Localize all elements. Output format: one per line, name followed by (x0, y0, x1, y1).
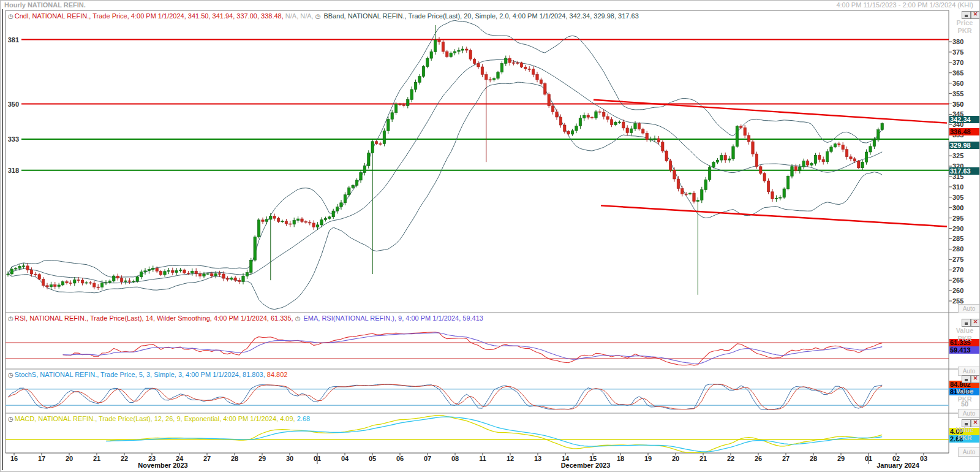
candle-body (802, 161, 805, 167)
candle-body (312, 223, 315, 227)
candle-body (590, 117, 593, 118)
candle-body (583, 115, 586, 118)
price-close-button[interactable]: ✕ (971, 11, 980, 19)
candle-body (124, 281, 127, 281)
rsi-auto-scale-button[interactable]: Auto (958, 367, 980, 376)
chart-window: 3813503333183803753703653603553503453403… (0, 0, 980, 472)
candle-body (497, 72, 499, 78)
candle-body (375, 142, 377, 144)
candle-body (838, 144, 840, 145)
candle-body (469, 50, 472, 59)
candle-body (164, 272, 166, 275)
stoch-mid-tick: 50 (950, 400, 979, 408)
candle-body (446, 51, 448, 56)
candle-body (198, 274, 201, 276)
candle-body (598, 112, 601, 112)
macd-legend[interactable]: ◷MACD, NATIONAL REFIN., Trade Price(Last… (8, 415, 310, 422)
stoch-minimize-button[interactable] (962, 375, 971, 383)
candle-body (77, 280, 80, 281)
price-legend[interactable]: ◷Cndl, NATIONAL REFIN., Trade Price, 4:0… (8, 12, 639, 20)
candle-body (544, 83, 546, 94)
trendline-1 (601, 205, 947, 226)
macd-auto-scale-button[interactable]: Auto (958, 447, 980, 457)
candle-body (42, 279, 44, 286)
chart-plot-area[interactable] (1, 1, 980, 472)
candle-body (806, 161, 809, 166)
candle-body (250, 260, 252, 272)
candle-body (430, 51, 432, 58)
candle-body (203, 274, 205, 276)
candle-body (779, 197, 782, 198)
candle-body (195, 271, 197, 273)
candle-body (822, 159, 824, 162)
stoch-legend[interactable]: ◷StochS, NATIONAL REFIN., Trade Price, 5… (8, 371, 287, 378)
candle-body (622, 122, 625, 128)
candle-body (136, 277, 138, 281)
stoch-close-button[interactable]: ✕ (971, 375, 980, 383)
rsi-legend-text[interactable]: RSI, NATIONAL REFIN., Trade Price(Last),… (15, 314, 293, 322)
candle-body (477, 64, 480, 67)
rsi-close-button[interactable]: ✕ (971, 319, 980, 327)
bband-upper (8, 20, 882, 277)
minimize-icon (965, 15, 968, 17)
candle-body (654, 139, 656, 139)
price-minimize-button[interactable] (962, 11, 971, 19)
candle-body (113, 276, 115, 281)
bband-legend-text[interactable]: BBand, NATIONAL REFIN., Trade Price(Last… (322, 12, 638, 20)
candle-body (618, 122, 620, 123)
macd-minimize-button[interactable] (962, 419, 971, 427)
candle-body (26, 266, 29, 270)
candle-body (273, 216, 276, 218)
candle-body (630, 129, 632, 133)
candle-body (450, 53, 452, 57)
candle-body (262, 220, 264, 222)
candle-body (89, 283, 91, 283)
bband-middle (8, 59, 882, 283)
candle-body (728, 159, 730, 160)
candle-body (614, 122, 617, 124)
candle-body (402, 105, 405, 106)
candle-body (69, 283, 72, 283)
candle-body (814, 155, 816, 163)
candle-body (348, 188, 350, 195)
price-auto-scale-button[interactable]: Auto (958, 304, 980, 313)
candle-body (363, 166, 366, 173)
candle-body (877, 130, 880, 140)
candle-body (693, 193, 695, 201)
stoch-auto-scale-button[interactable]: Auto (958, 409, 980, 418)
candle-body (873, 140, 875, 147)
clock-icon: ◷ (315, 13, 321, 20)
candle-body (355, 180, 358, 185)
macd-legend-text[interactable]: MACD, NATIONAL REFIN., Trade Price(Last)… (15, 415, 295, 422)
rsi-line (63, 332, 883, 365)
candle-body (379, 143, 382, 144)
macd-close-button[interactable]: ✕ (971, 419, 980, 427)
candle-body (775, 198, 777, 199)
rsi-minimize-button[interactable] (962, 319, 971, 327)
candle-body (434, 40, 436, 51)
candle-body (724, 156, 726, 161)
candle-body (508, 58, 511, 63)
rsi-axis-title: Value (950, 327, 979, 334)
candle-body (296, 219, 299, 221)
candle-body (810, 164, 813, 166)
candle-body (100, 283, 103, 287)
stoch-legend-text[interactable]: StochS, NATIONAL REFIN., Trade Price, 5,… (15, 371, 265, 378)
clock-icon: ◷ (8, 416, 13, 422)
macd-signal-value: 2.68 (295, 415, 310, 422)
candle-body (309, 223, 311, 223)
candle-body (712, 162, 715, 167)
candle-body (407, 99, 409, 105)
candle-body (97, 287, 99, 287)
candle-legend-text[interactable]: Cndl, NATIONAL REFIN., Trade Price, 4:00… (15, 12, 284, 20)
candle-body (642, 129, 644, 133)
candle-body (285, 221, 287, 224)
candle-body (489, 80, 491, 80)
rsi-ema-legend-text[interactable]: EMA, RSI(NATIONAL REFIN.), 9, 4:00 PM 1/… (301, 314, 483, 322)
candle-body (688, 193, 691, 194)
rsi-legend[interactable]: ◷RSI, NATIONAL REFIN., Trade Price(Last)… (8, 314, 483, 322)
candle-body (371, 142, 374, 153)
candle-body (352, 185, 354, 188)
stoch-axis-title: Value (950, 387, 979, 395)
clock-icon: ◷ (8, 371, 13, 378)
